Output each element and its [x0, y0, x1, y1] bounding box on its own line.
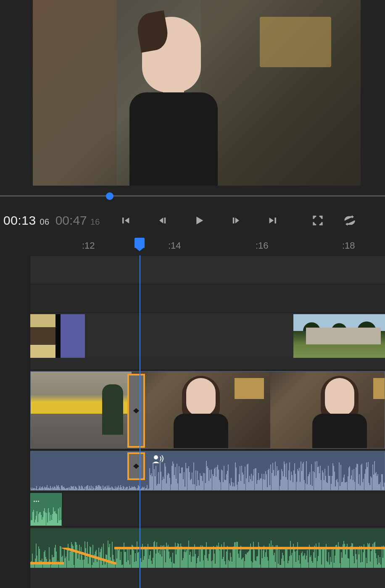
- audio-track-1[interactable]: [0, 449, 385, 491]
- playhead-handle[interactable]: [134, 238, 145, 248]
- clip-label: ...: [33, 495, 40, 504]
- svg-point-0: [154, 455, 158, 459]
- clip-black: [55, 314, 61, 358]
- timecode-duration-frames: 16: [90, 217, 100, 226]
- filmstrip-frame: [270, 372, 385, 448]
- preview-frame: [33, 0, 361, 186]
- go-to-start-button[interactable]: [118, 213, 133, 228]
- clip-dialogue-audio[interactable]: [30, 451, 385, 491]
- timeline-track-headers[interactable]: [0, 255, 30, 588]
- filmstrip-frame: [31, 372, 132, 448]
- preview-scrubber[interactable]: [0, 194, 385, 198]
- clip-solid-color[interactable]: [30, 314, 85, 358]
- clip-music-bed[interactable]: [30, 528, 385, 568]
- program-monitor: [33, 0, 361, 186]
- voiceover-icon: [153, 454, 164, 463]
- step-forward-button[interactable]: [229, 213, 244, 228]
- video-track-2[interactable]: [0, 284, 385, 312]
- volume-envelope-high[interactable]: [114, 547, 385, 549]
- waveform: [31, 459, 385, 490]
- video-track-1[interactable]: [0, 312, 385, 359]
- ruler-tick: :16: [256, 240, 269, 251]
- loop-button[interactable]: [342, 213, 357, 228]
- preview-overlay-left: [33, 0, 117, 186]
- ruler-tick: :18: [342, 240, 355, 251]
- volume-envelope-ramp[interactable]: [62, 548, 116, 564]
- ruler-tick: :14: [168, 240, 181, 251]
- go-to-end-button[interactable]: [266, 213, 281, 228]
- fullscreen-button[interactable]: [310, 213, 325, 228]
- clip-thumb: [30, 314, 55, 358]
- clip-audio-short[interactable]: ...: [30, 493, 62, 526]
- filmstrip-frame: [132, 372, 270, 448]
- timecode-duration: 00:47 16: [55, 213, 100, 228]
- playhead-line: [140, 255, 140, 588]
- timecode-current-frames: 06: [40, 217, 49, 226]
- timecode-current: 00:13 06: [3, 213, 50, 228]
- scrubber-handle[interactable]: [106, 192, 113, 200]
- waveform: [31, 505, 61, 525]
- step-back-button[interactable]: [155, 213, 170, 228]
- clip-solid-purple: [61, 314, 85, 358]
- timeline[interactable]: ...: [0, 255, 385, 588]
- timecode-current-time: 00:13: [3, 213, 36, 227]
- audio-track-2[interactable]: ...: [0, 491, 385, 527]
- timecode-duration-time: 00:47: [55, 213, 87, 227]
- clip-main-sequence[interactable]: [30, 371, 385, 449]
- preview-subject: [121, 8, 226, 185]
- play-button[interactable]: [192, 213, 207, 228]
- timeline-ruler[interactable]: :12:14:16:18: [0, 235, 385, 255]
- video-transition-cross-dissolve[interactable]: [127, 374, 145, 448]
- ruler-tick: :12: [82, 240, 95, 251]
- scrubber-track: [0, 195, 385, 197]
- clip-campus-sign[interactable]: [293, 314, 385, 358]
- video-track-3[interactable]: [0, 255, 385, 284]
- main-video-track[interactable]: [0, 370, 385, 449]
- preview-plaque: [260, 17, 331, 67]
- audio-transition-cross-fade[interactable]: [127, 452, 145, 480]
- clip-thumb: [293, 314, 385, 358]
- transport-bar: 00:13 06 00:47 16: [0, 208, 385, 233]
- audio-track-3[interactable]: [0, 527, 385, 569]
- volume-envelope-low[interactable]: [30, 562, 64, 564]
